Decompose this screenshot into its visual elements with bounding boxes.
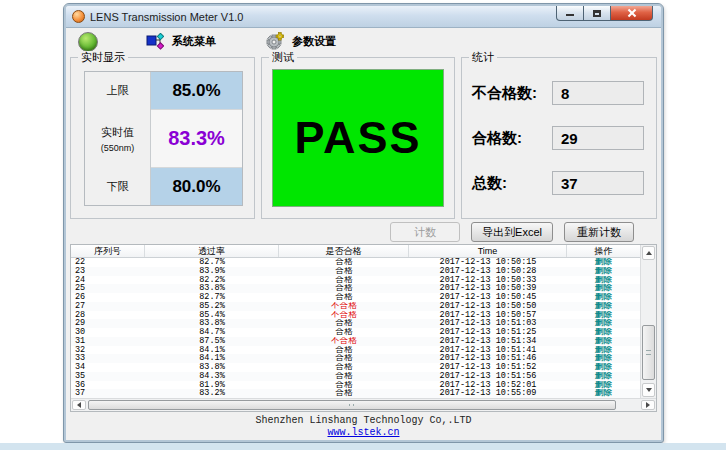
- delete-link[interactable]: 删除: [595, 381, 612, 390]
- delete-link[interactable]: 删除: [595, 284, 612, 293]
- delete-link[interactable]: 删除: [595, 337, 612, 346]
- cell-transmittance: 83.9%: [145, 267, 279, 276]
- cell-operation: 删除: [567, 293, 640, 302]
- delete-link[interactable]: 删除: [595, 293, 612, 302]
- table-main: 序列号 透过率 是否合格 Time 操作 2282.7%合格2017-12-13…: [71, 245, 656, 398]
- cell-time: 2017-12-13 10:51:46: [409, 354, 567, 363]
- cell-time: 2017-12-13 10:55:09: [409, 389, 567, 398]
- cell-operation: 删除: [567, 267, 640, 276]
- cell-result: 合格: [279, 284, 409, 293]
- minimize-button[interactable]: [556, 6, 584, 21]
- cell-transmittance: 83.8%: [145, 363, 279, 372]
- stat-row-total: 总数: 37: [472, 171, 644, 195]
- current-value: 83.3%: [151, 109, 242, 168]
- scroll-up-button[interactable]: [642, 246, 655, 260]
- titlebar: LENS Transmission Meter V1.0: [66, 6, 661, 28]
- header-time[interactable]: Time: [409, 245, 567, 257]
- table-row: 2282.7%合格2017-12-13 10:50:15删除: [71, 258, 640, 267]
- header-transmittance[interactable]: 透过率: [145, 245, 279, 257]
- scroll-left-button[interactable]: [72, 400, 86, 410]
- cell-time: 2017-12-13 10:50:57: [409, 311, 567, 320]
- cell-operation: 删除: [567, 346, 640, 355]
- vertical-scroll-thumb[interactable]: [642, 325, 655, 380]
- cell-result: 合格: [279, 276, 409, 285]
- header-serial[interactable]: 序列号: [71, 245, 145, 257]
- delete-link[interactable]: 删除: [595, 311, 612, 320]
- cell-transmittance: 85.2%: [145, 302, 279, 311]
- cell-time: 2017-12-13 10:50:50: [409, 302, 567, 311]
- table-row: 3783.2%合格2017-12-13 10:55:09删除: [71, 389, 640, 398]
- arrow-down-icon: [646, 388, 652, 392]
- test-panel: 测试 PASS: [261, 57, 455, 219]
- test-result-text: PASS: [294, 112, 421, 164]
- delete-link[interactable]: 删除: [595, 389, 612, 398]
- cell-result: 合格: [279, 319, 409, 328]
- delete-link[interactable]: 删除: [595, 372, 612, 381]
- delete-link[interactable]: 删除: [595, 258, 612, 267]
- cell-operation: 删除: [567, 389, 640, 398]
- delete-link[interactable]: 删除: [595, 302, 612, 311]
- count-button[interactable]: 计数: [390, 222, 460, 242]
- cell-transmittance: 84.3%: [145, 372, 279, 381]
- scroll-right-button[interactable]: [641, 400, 655, 410]
- horizontal-scroll-thumb[interactable]: [88, 400, 616, 410]
- total-count-label: 总数:: [472, 174, 507, 193]
- stat-row-fail: 不合格数: 8: [472, 81, 644, 105]
- stats-panel-title: 统计: [469, 51, 497, 64]
- table-row: 2983.8%合格2017-12-13 10:51:03删除: [71, 319, 640, 328]
- cell-result: 不合格: [279, 302, 409, 311]
- cell-transmittance: 82.7%: [145, 258, 279, 267]
- fail-count-label: 不合格数:: [472, 84, 537, 103]
- cell-serial: 29: [71, 319, 145, 328]
- close-button[interactable]: [611, 6, 653, 21]
- cell-operation: 删除: [567, 302, 640, 311]
- cell-operation: 删除: [567, 363, 640, 372]
- system-menu-label: 系统菜单: [172, 34, 216, 49]
- cell-transmittance: 82.7%: [145, 293, 279, 302]
- param-settings-button[interactable]: 参数设置: [264, 32, 336, 52]
- cell-operation: 删除: [567, 354, 640, 363]
- scroll-down-button[interactable]: [642, 383, 655, 397]
- website-link[interactable]: www.lstek.cn: [327, 427, 399, 438]
- window-title: LENS Transmission Meter V1.0: [90, 11, 243, 23]
- cell-serial: 33: [71, 354, 145, 363]
- delete-link[interactable]: 删除: [595, 363, 612, 372]
- delete-link[interactable]: 删除: [595, 267, 612, 276]
- panels-row: 实时显示 上限 85.0% 实时值 (550nm) 83.3% 下限 80.0%…: [66, 57, 661, 219]
- table-row: 3681.9%合格2017-12-13 10:52:01删除: [71, 381, 640, 390]
- system-menu-button[interactable]: 系统菜单: [146, 33, 216, 51]
- table-row: 3187.5%不合格2017-12-13 10:51:34删除: [71, 337, 640, 346]
- export-excel-button[interactable]: 导出到Excel: [471, 222, 553, 242]
- delete-link[interactable]: 删除: [595, 276, 612, 285]
- realtime-panel: 实时显示 上限 85.0% 实时值 (550nm) 83.3% 下限 80.0%: [70, 57, 255, 219]
- delete-link[interactable]: 删除: [595, 354, 612, 363]
- cell-time: 2017-12-13 10:51:52: [409, 363, 567, 372]
- cell-result: 合格: [279, 389, 409, 398]
- cell-result: 合格: [279, 346, 409, 355]
- cell-time: 2017-12-13 10:50:45: [409, 293, 567, 302]
- delete-link[interactable]: 删除: [595, 328, 612, 337]
- window-controls: [556, 6, 653, 21]
- vertical-scrollbar[interactable]: [640, 245, 656, 398]
- arrow-right-icon: [646, 402, 650, 408]
- cell-operation: 删除: [567, 276, 640, 285]
- maximize-button[interactable]: [584, 6, 611, 21]
- stats-panel: 统计 不合格数: 8 合格数: 29 总数: 37: [461, 57, 657, 219]
- cell-time: 2017-12-13 10:50:28: [409, 267, 567, 276]
- client-area: 系统菜单 参数设置: [66, 28, 661, 440]
- cell-time: 2017-12-13 10:51:25: [409, 328, 567, 337]
- realtime-panel-title: 实时显示: [78, 51, 128, 64]
- minimize-icon: [566, 14, 574, 16]
- header-operation[interactable]: 操作: [567, 245, 640, 257]
- cell-transmittance: 84.7%: [145, 328, 279, 337]
- table-content: 序列号 透过率 是否合格 Time 操作 2282.7%合格2017-12-13…: [71, 245, 640, 398]
- wavelength-label: (550nm): [101, 143, 135, 153]
- horizontal-scrollbar[interactable]: [71, 398, 656, 411]
- toolbar: 系统菜单 参数设置: [66, 28, 661, 55]
- delete-link[interactable]: 删除: [595, 319, 612, 328]
- cell-serial: 31: [71, 337, 145, 346]
- recount-button[interactable]: 重新计数: [564, 222, 634, 242]
- header-result[interactable]: 是否合格: [279, 245, 409, 257]
- delete-link[interactable]: 删除: [595, 346, 612, 355]
- current-value-label: 实时值 (550nm): [85, 109, 151, 168]
